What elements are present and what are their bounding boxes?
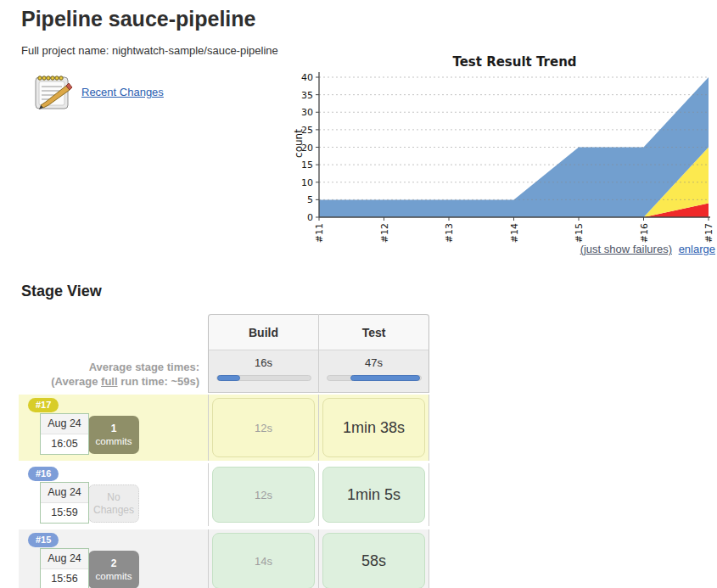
- run-info-15: #15 Aug 24 15:56 2 commits: [19, 529, 208, 588]
- recent-changes-section: Recent Changes: [32, 71, 164, 112]
- column-header-test: Test: [318, 314, 429, 350]
- stage-cell-build-15: 14s: [208, 529, 318, 588]
- commit-label: commits: [96, 435, 132, 448]
- average-label-line2: (Average full run time: ~59s): [19, 374, 199, 389]
- stage-cell-test-15: 58s: [318, 529, 429, 588]
- svg-text:15: 15: [301, 160, 313, 171]
- svg-text:0: 0: [307, 212, 313, 223]
- no-changes-line1: No: [107, 491, 120, 504]
- svg-text:#14: #14: [509, 223, 520, 243]
- run-datebox-15: Aug 24 15:56: [40, 548, 89, 588]
- run-row-15: #15 Aug 24 15:56 2 commits 14s 58s: [19, 529, 429, 588]
- stage-duration: 1min 38s: [343, 419, 405, 437]
- commit-count: 1: [111, 423, 117, 435]
- run-date: Aug 24: [41, 483, 88, 503]
- test-result-trend-chart: Test Result Trend count 0510152025303540…: [288, 53, 717, 261]
- build-progress-fill: [217, 375, 241, 381]
- chart-links: (just show failures) enlarge: [580, 243, 715, 255]
- no-changes-line2: Changes: [93, 504, 134, 517]
- run-datebox-17: Aug 24 16:05: [40, 413, 89, 455]
- stage-duration: 1min 5s: [347, 486, 401, 504]
- recent-changes-link[interactable]: Recent Changes: [81, 86, 164, 98]
- header-spacer: [19, 314, 208, 350]
- svg-text:25: 25: [301, 125, 313, 136]
- stage-result-build-15[interactable]: 14s: [212, 533, 315, 588]
- run-datebox-16: Aug 24 15:59: [40, 482, 89, 524]
- column-header-build: Build: [208, 314, 318, 350]
- stage-result-test-16[interactable]: 1min 5s: [322, 467, 425, 523]
- stage-view-heading: Stage View: [21, 283, 102, 300]
- average-times-row: Average stage times: (Average full run t…: [19, 350, 429, 393]
- just-show-failures-link[interactable]: (just show failures): [580, 243, 672, 255]
- average-build-time: 16s: [209, 356, 318, 369]
- build-progress-track: [216, 375, 311, 381]
- stage-duration: 12s: [255, 422, 272, 434]
- svg-text:5: 5: [307, 194, 313, 205]
- trend-area-chart: 0510152025303540#11#12#13#14#15#16#17: [288, 66, 717, 261]
- run-time: 15:56: [41, 569, 88, 588]
- stage-result-build-17[interactable]: 12s: [212, 398, 315, 457]
- run-time: 16:05: [41, 434, 88, 454]
- full-project-name: Full project name: nightwatch-sample/sau…: [21, 44, 278, 57]
- svg-text:#13: #13: [444, 223, 455, 243]
- svg-text:35: 35: [301, 90, 313, 101]
- stage-result-build-16[interactable]: 12s: [212, 467, 315, 523]
- full-run-link[interactable]: full: [101, 375, 118, 388]
- test-progress-track: [327, 375, 422, 381]
- build-badge-16[interactable]: #16: [28, 467, 59, 481]
- stage-cell-build-16: 12s: [208, 463, 318, 526]
- svg-text:#16: #16: [639, 223, 650, 243]
- average-test-cell: 47s: [318, 350, 429, 393]
- svg-text:30: 30: [301, 107, 313, 118]
- average-test-time: 47s: [319, 356, 429, 369]
- run-row-16: #16 Aug 24 15:59 No Changes 12s 1min 5s: [19, 463, 429, 526]
- svg-text:#12: #12: [379, 223, 390, 243]
- stage-view-table: Build Test Average stage times: (Average…: [19, 314, 429, 588]
- commit-count: 2: [111, 557, 117, 570]
- stage-cell-test-16: 1min 5s: [318, 463, 429, 526]
- stage-cell-test-17: 1min 38s: [318, 395, 429, 461]
- svg-text:#11: #11: [314, 223, 325, 243]
- page-title: Pipeline sauce-pipeline: [21, 7, 255, 31]
- run-date: Aug 24: [41, 549, 88, 569]
- svg-text:40: 40: [301, 72, 313, 83]
- average-times-label: Average stage times: (Average full run t…: [19, 350, 208, 393]
- commits-box-17[interactable]: 1 commits: [88, 416, 139, 454]
- commits-box-15[interactable]: 2 commits: [88, 551, 139, 588]
- run-time: 15:59: [41, 503, 88, 523]
- stage-duration: 14s: [255, 555, 272, 568]
- stage-cell-build-17: 12s: [208, 395, 318, 461]
- stage-result-test-17[interactable]: 1min 38s: [322, 398, 425, 457]
- average-label-line1: Average stage times:: [19, 360, 199, 374]
- svg-text:20: 20: [301, 143, 313, 154]
- stage-duration: 12s: [255, 489, 272, 501]
- svg-text:10: 10: [301, 177, 313, 188]
- enlarge-link[interactable]: enlarge: [679, 243, 715, 255]
- build-badge-17[interactable]: #17: [28, 398, 59, 412]
- average-build-cell: 16s: [208, 350, 318, 393]
- stage-header-row: Build Test: [19, 314, 429, 350]
- build-badge-15[interactable]: #15: [28, 533, 59, 547]
- run-info-16: #16 Aug 24 15:59 No Changes: [19, 463, 208, 526]
- stage-duration: 58s: [361, 552, 386, 570]
- notepad-icon: [32, 71, 73, 112]
- svg-text:#17: #17: [703, 223, 714, 243]
- test-progress-fill: [350, 375, 420, 381]
- run-row-17: #17 Aug 24 16:05 1 commits 12s 1min 38s: [19, 395, 429, 461]
- svg-text:#15: #15: [574, 223, 585, 243]
- run-info-17: #17 Aug 24 16:05 1 commits: [19, 395, 208, 461]
- stage-result-test-15[interactable]: 58s: [322, 533, 425, 588]
- run-date: Aug 24: [41, 414, 88, 434]
- no-changes-box-16: No Changes: [88, 484, 139, 523]
- commit-label: commits: [96, 570, 132, 583]
